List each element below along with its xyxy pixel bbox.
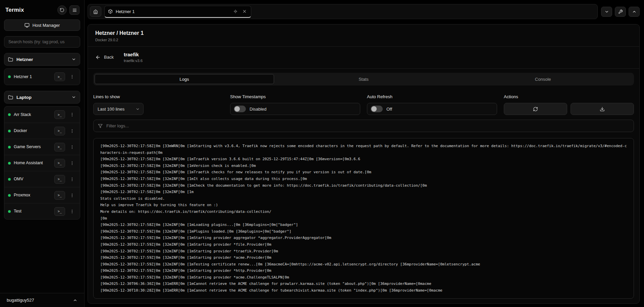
host-status-dot — [8, 194, 11, 197]
host-terminal-button[interactable]: >_ — [54, 110, 65, 119]
host-group-header-laptop[interactable]: Laptop — [4, 91, 80, 104]
host-row[interactable]: Hetzner 1 >_ — [4, 69, 80, 85]
host-name: OMV — [14, 176, 45, 182]
wrench-icon — [618, 9, 623, 14]
actions-control: Actions — [504, 94, 634, 115]
tab-console[interactable]: Console — [453, 74, 633, 84]
reload-button[interactable] — [57, 5, 67, 15]
timestamps-toggle[interactable] — [234, 106, 246, 112]
host-row[interactable]: Home Assistant >_ — [4, 155, 80, 171]
tab-logs[interactable]: Logs — [95, 74, 274, 84]
home-icon — [93, 9, 98, 14]
username: bugattiguy527 — [7, 298, 34, 303]
host-group-label: Hetzner — [16, 57, 68, 62]
collapse-panel-button[interactable] — [601, 7, 612, 17]
host-groups: Hetzner Hetzner 1 >_ Laptop — [3, 53, 81, 290]
host-menu-button[interactable] — [68, 127, 76, 135]
host-group: Laptop Arr Stack >_ Docker >_ — [4, 91, 80, 220]
host-status-dot — [8, 130, 11, 132]
split-view-button[interactable] — [232, 8, 238, 14]
host-name: Docker — [14, 128, 45, 134]
close-icon — [242, 9, 247, 14]
download-logs-button[interactable] — [571, 103, 634, 115]
log-line: [90m2025-12-30T02:17:58Z[0m [32mINF[0m [… — [100, 222, 627, 228]
refresh-logs-button[interactable] — [504, 103, 567, 115]
host-terminal-button[interactable]: >_ — [54, 72, 65, 81]
home-button[interactable] — [90, 6, 101, 17]
log-output[interactable]: [90m2025-12-30T02:17:58Z[0m [33mWRN[0m [… — [93, 138, 634, 299]
host-row[interactable]: Game Servers >_ — [4, 139, 80, 155]
timestamps-toggle-panel: Disabled — [230, 103, 360, 115]
host-status-dot — [8, 162, 11, 165]
host-menu-button[interactable] — [68, 143, 76, 151]
topbar-actions — [601, 7, 640, 17]
host-terminal-button[interactable]: >_ — [54, 175, 65, 184]
autorefresh-toggle[interactable] — [371, 106, 383, 112]
host-menu-button[interactable] — [68, 207, 76, 216]
host-terminal-button[interactable]: >_ — [54, 159, 65, 168]
panel-body: LogsStatsConsole Lines to show Last 100 … — [88, 69, 639, 303]
tools-button[interactable] — [615, 7, 626, 17]
topbar: Hetzner 1 — [88, 4, 640, 19]
expand-panel-button[interactable] — [629, 7, 640, 17]
filter-logs-input[interactable] — [106, 123, 629, 128]
back-button[interactable]: Back — [95, 55, 114, 60]
host-menu-button[interactable] — [68, 110, 76, 119]
group-collapse-button[interactable] — [71, 95, 76, 100]
main-area: Hetzner 1 — [85, 0, 644, 307]
autorefresh-toggle-panel: Off — [367, 103, 497, 115]
filter-funnel-icon — [98, 124, 103, 128]
sidebar-menu-button[interactable] — [69, 5, 79, 15]
host-name: Hetzner 1 — [14, 74, 45, 80]
host-menu-button[interactable] — [68, 159, 76, 168]
host-terminal-button[interactable]: >_ — [54, 143, 65, 151]
log-line: [90m2025-12-30T02:17:59Z[0m [32mINF[0m [… — [100, 228, 627, 235]
session-tab[interactable]: Hetzner 1 — [104, 6, 251, 18]
lines-control: Lines to show Last 100 lines — [93, 94, 223, 115]
kebab-menu-icon — [70, 112, 74, 117]
folder-icon — [8, 57, 13, 62]
close-tab-button[interactable] — [241, 8, 248, 14]
container-image: traefik:v3.6 — [124, 59, 143, 63]
log-line: [90m2025-12-30T02:17:59Z[0m [32mINF[0m [… — [100, 267, 627, 274]
tab-stats[interactable]: Stats — [274, 74, 453, 84]
sidebar-header: Termix — [3, 4, 81, 19]
panel-header: Hetzner / Hetzner 1 Docker 29.0.2 — [88, 24, 639, 47]
host-menu-button[interactable] — [68, 72, 76, 81]
host-row[interactable]: OMV >_ — [4, 171, 80, 187]
chevron-down-icon — [136, 107, 140, 111]
group-collapse-button[interactable] — [71, 57, 76, 62]
host-manager-button[interactable]: Host Manager — [4, 19, 80, 31]
chevron-down-icon — [71, 57, 76, 62]
host-row[interactable]: Proxmox >_ — [4, 187, 80, 203]
host-name: Test — [14, 208, 45, 214]
log-line: [90m2025-12-30T02:17:59Z[0m [32mINF[0m [… — [100, 274, 627, 281]
log-line: [90m2025-12-30T02:17:58Z[0m [32mINF[0m [… — [100, 176, 627, 182]
log-line: [90m2025-12-30T02:17:58Z[0m [32mINF[0m [… — [100, 189, 627, 195]
host-terminal-button[interactable]: >_ — [54, 191, 65, 200]
host-row[interactable]: Docker >_ — [4, 123, 80, 139]
host-group-header-hetzner[interactable]: Hetzner — [4, 53, 80, 66]
host-terminal-button[interactable]: >_ — [54, 127, 65, 135]
view-tabs: LogsStatsConsole — [93, 73, 634, 85]
log-line: [90m2025-12-30T02:17:59Z[0m [32mINF[0m [… — [100, 241, 627, 248]
log-line: [0m — [100, 215, 627, 222]
log-line: More details on: https://doc.traefik.io/… — [100, 208, 627, 215]
search-input[interactable] — [4, 36, 80, 48]
host-status-dot — [8, 178, 11, 181]
kebab-menu-icon — [70, 161, 74, 166]
log-line: [90m2025-12-30T02:17:58Z[0m [33mWRN[0m [… — [100, 143, 627, 156]
user-menu[interactable]: bugattiguy527 — [0, 293, 84, 307]
host-terminal-button[interactable]: >_ — [54, 207, 65, 216]
app-title: Termix — [5, 7, 24, 13]
host-row[interactable]: Test >_ — [4, 203, 80, 219]
host-status-dot — [8, 113, 11, 116]
log-line: [90m2025-12-30T02:17:58Z[0m [32mINF[0m [… — [100, 163, 627, 169]
host-menu-button[interactable] — [68, 191, 76, 200]
lines-select[interactable]: Last 100 lines — [93, 103, 144, 115]
session-tab-label: Hetzner 1 — [116, 9, 229, 14]
host-group-label: Laptop — [16, 95, 68, 100]
host-row[interactable]: Arr Stack >_ — [4, 107, 80, 123]
filter-bar — [93, 120, 634, 132]
host-menu-button[interactable] — [68, 175, 76, 184]
